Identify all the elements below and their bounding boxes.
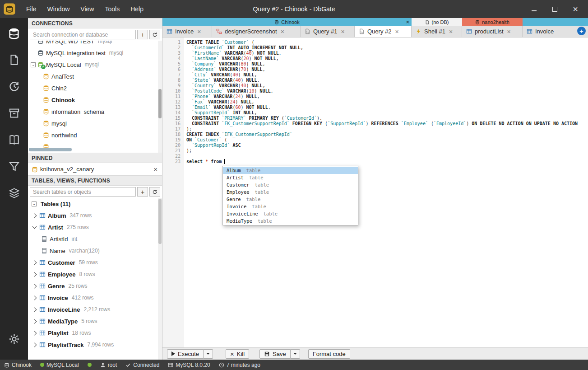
table-item[interactable]: Employee8 rows	[28, 268, 162, 280]
autocomplete-item-invoice[interactable]: Invoicetable	[223, 203, 358, 210]
format-code-button[interactable]: Format code	[308, 349, 350, 359]
connection-item[interactable]: MYSQL WD TESTmysql	[28, 41, 162, 47]
new-tab-button[interactable]: +	[577, 27, 586, 35]
column-item[interactable]: ArtistIdint	[28, 233, 162, 245]
connection-item[interactable]: MySQL integration testmysql	[28, 47, 162, 59]
close-tab-icon[interactable]: ×	[449, 28, 453, 35]
database-item[interactable]: information_schema	[28, 106, 162, 117]
chevron-right-icon[interactable]	[32, 295, 37, 300]
tables-vertical-scrollbar[interactable]	[158, 198, 162, 360]
tab-group-chinook[interactable]: Chinook×	[162, 18, 412, 26]
tab-group-nano2health[interactable]: nano2health	[462, 18, 523, 26]
add-connection-button[interactable]: +	[137, 30, 148, 39]
tab-group-no-db[interactable]: (no DB)	[412, 18, 462, 26]
close-tab-icon[interactable]: ×	[341, 28, 344, 35]
database-item[interactable]: Chinook	[28, 94, 162, 106]
activity-settings-icon[interactable]	[0, 326, 28, 352]
tab-shell-1[interactable]: Shell #1×	[412, 26, 462, 37]
collapse-expander-icon[interactable]: -	[32, 201, 37, 206]
sql-editor[interactable]: 1234567891011121314151617181920212223 CR…	[162, 37, 588, 347]
database-item[interactable]: northwind	[28, 129, 162, 141]
table-item[interactable]: InvoiceLine2,212 rows	[28, 304, 162, 315]
autocomplete-item-employee[interactable]: Employeetable	[223, 188, 358, 196]
tables-search-input[interactable]	[30, 187, 136, 197]
refresh-connections-button[interactable]	[149, 30, 160, 39]
chevron-right-icon[interactable]	[32, 342, 37, 347]
tab-query-1[interactable]: Query #1×	[301, 26, 355, 37]
chevron-down-icon[interactable]	[32, 224, 37, 229]
autocomplete-item-genre[interactable]: Genretable	[223, 196, 358, 203]
tab-invoice[interactable]: Invoice×	[162, 26, 212, 37]
table-item[interactable]: Genre25 rows	[28, 280, 162, 292]
activity-history-icon[interactable]	[0, 73, 28, 100]
connections-horizontal-scrollbar[interactable]	[29, 148, 72, 151]
activity-layers-icon[interactable]	[0, 180, 28, 206]
execute-dropdown-button[interactable]	[204, 349, 213, 359]
save-dropdown-button[interactable]	[291, 349, 300, 359]
chevron-right-icon[interactable]	[32, 331, 37, 335]
kill-button[interactable]: ×Kill	[226, 349, 249, 359]
execute-button[interactable]: Execute	[167, 349, 204, 359]
scrollbar-thumb[interactable]	[158, 199, 162, 244]
activity-book-icon[interactable]	[0, 126, 28, 153]
close-tab-icon[interactable]: ×	[507, 28, 511, 35]
close-tab-icon[interactable]: ×	[395, 28, 398, 35]
tab-query-2[interactable]: Query #2×	[355, 26, 412, 37]
statusbar-database[interactable]: Chinook	[4, 362, 32, 368]
activity-dbgate-icon[interactable]	[0, 20, 28, 47]
tables-refresh-button[interactable]	[149, 187, 160, 197]
collapse-expander-icon[interactable]: -	[31, 62, 36, 67]
table-item[interactable]: Artist275 rows	[28, 221, 162, 233]
scrollbar-thumb[interactable]	[158, 89, 162, 118]
chevron-right-icon[interactable]	[32, 284, 37, 288]
connections-vertical-scrollbar[interactable]	[158, 41, 162, 153]
save-button[interactable]: Save	[259, 349, 291, 359]
table-item[interactable]: PlaylistTrack7,994 rows	[28, 339, 162, 351]
line-number: 9	[162, 83, 181, 89]
statusbar-connection[interactable]: MySQL Local	[40, 362, 79, 368]
chevron-right-icon[interactable]	[32, 272, 37, 276]
tab-invoice-partial[interactable]: Invoice	[523, 26, 572, 37]
tab-productlist[interactable]: productList×	[462, 26, 523, 37]
chevron-right-icon[interactable]	[32, 319, 37, 323]
tables-add-button[interactable]: +	[137, 187, 148, 197]
menu-help[interactable]: Help	[125, 5, 149, 13]
menu-file[interactable]: File	[21, 5, 42, 13]
close-group-icon[interactable]: ×	[406, 18, 409, 26]
table-item[interactable]: Invoice412 rows	[28, 292, 162, 304]
autocomplete-item-invoiceline[interactable]: InvoiceLinetable	[223, 210, 358, 217]
close-tab-icon[interactable]: ×	[281, 28, 284, 35]
close-window-button[interactable]: ×	[571, 5, 580, 14]
connections-search-input[interactable]	[30, 30, 136, 39]
autocomplete-item-album[interactable]: Albumtable	[223, 167, 358, 174]
menu-window[interactable]: Window	[42, 5, 75, 13]
activity-archive-icon[interactable]	[0, 100, 28, 126]
menu-view[interactable]: View	[75, 5, 99, 13]
menu-tools[interactable]: Tools	[99, 5, 125, 13]
database-item[interactable]: AnalTest	[28, 70, 162, 82]
tables-group-row[interactable]: -Tables (11)	[28, 198, 162, 210]
table-item[interactable]: Customer59 rows	[28, 257, 162, 268]
table-item[interactable]: Album347 rows	[28, 210, 162, 221]
tab-designerscreenshot[interactable]: designerScreenshot×	[212, 26, 301, 37]
maximize-button[interactable]	[550, 5, 559, 14]
window-title: Query #2 - Chinook - DbGate	[253, 5, 335, 13]
minimize-button[interactable]	[529, 5, 538, 14]
activity-filter-icon[interactable]	[0, 153, 28, 180]
chevron-right-icon[interactable]	[32, 260, 37, 265]
column-item[interactable]: Namevarchar(120)	[28, 245, 162, 257]
autocomplete-item-artist[interactable]: Artisttable	[223, 174, 358, 181]
database-item[interactable]: mysql	[28, 117, 162, 129]
activity-file-icon[interactable]	[0, 47, 28, 73]
close-tab-icon[interactable]: ×	[197, 28, 201, 35]
table-item[interactable]: Playlist18 rows	[28, 327, 162, 339]
chevron-right-icon[interactable]	[32, 307, 37, 312]
pinned-item[interactable]: knihovna_v2_canary×	[28, 163, 162, 175]
chevron-right-icon[interactable]	[32, 213, 37, 218]
autocomplete-item-mediatype[interactable]: MediaTypetable	[223, 217, 358, 225]
table-item[interactable]: MediaType5 rows	[28, 315, 162, 327]
connection-item[interactable]: -✓MySQL Localmysql	[28, 59, 162, 70]
autocomplete-item-customer[interactable]: Customertable	[223, 181, 358, 188]
database-item[interactable]: Chin2	[28, 82, 162, 94]
unpin-icon[interactable]: ×	[153, 165, 157, 173]
